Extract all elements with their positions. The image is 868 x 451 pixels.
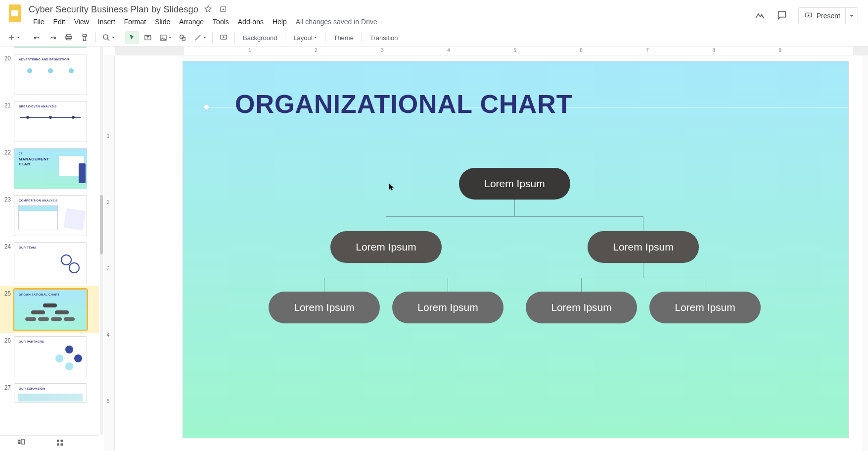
theme-button[interactable]: Theme bbox=[328, 31, 358, 44]
filmstrip-footer bbox=[0, 435, 99, 451]
svg-rect-10 bbox=[18, 440, 20, 442]
slide-canvas[interactable]: ORGANIZATIONAL CHART Lo bbox=[183, 61, 848, 438]
vertical-ruler[interactable]: 1 2 3 4 5 bbox=[104, 55, 115, 451]
present-dropdown[interactable] bbox=[845, 8, 858, 24]
present-button[interactable]: Present bbox=[798, 7, 858, 24]
zoom-button[interactable] bbox=[100, 31, 117, 44]
svg-point-3 bbox=[103, 35, 108, 39]
svg-rect-15 bbox=[57, 444, 59, 446]
menu-slide[interactable]: Slide bbox=[150, 17, 175, 27]
slide-number: 20 bbox=[3, 54, 14, 62]
org-node-l1a[interactable]: Lorem Ipsum bbox=[330, 231, 442, 263]
slide-title[interactable]: ORGANIZATIONAL CHART bbox=[235, 89, 572, 119]
menu-help[interactable]: Help bbox=[268, 17, 291, 27]
grid-view-icon[interactable] bbox=[55, 438, 64, 449]
slide-thumb-21[interactable]: 21 BREAK-EVEN ANALYSIS bbox=[0, 98, 99, 145]
print-button[interactable] bbox=[62, 31, 76, 44]
slide-number: 22 bbox=[3, 148, 14, 156]
background-button[interactable]: Background bbox=[238, 31, 282, 44]
menu-arrange[interactable]: Arrange bbox=[175, 17, 208, 27]
slide-number: 23 bbox=[3, 195, 14, 203]
new-slide-button[interactable] bbox=[5, 31, 22, 44]
org-node-l2c[interactable]: Lorem Ipsum bbox=[526, 292, 637, 323]
slide-thumb-26[interactable]: 26 OUR PARTNERS bbox=[0, 333, 99, 380]
undo-button[interactable] bbox=[30, 31, 44, 44]
comment-button[interactable] bbox=[217, 31, 230, 44]
slide-number: 24 bbox=[3, 242, 14, 250]
svg-rect-1 bbox=[11, 10, 18, 16]
slide-number: 26 bbox=[3, 336, 14, 344]
slide-thumb-25[interactable]: 25 ORGANIZATIONAL CHART bbox=[0, 286, 99, 333]
menu-format[interactable]: Format bbox=[120, 17, 150, 27]
slide-thumb-27[interactable]: 27 OUR EXPANSION bbox=[0, 380, 99, 406]
layout-button[interactable]: Layout bbox=[288, 31, 322, 44]
select-tool[interactable] bbox=[125, 31, 139, 44]
org-node-l2d[interactable]: Lorem Ipsum bbox=[649, 292, 761, 323]
menu-tools[interactable]: Tools bbox=[208, 17, 233, 27]
filmstrip-scrollbar[interactable] bbox=[99, 47, 104, 451]
slides-app-icon[interactable] bbox=[5, 3, 25, 23]
transition-button[interactable]: Transition bbox=[365, 31, 403, 44]
menu-addons[interactable]: Add-ons bbox=[233, 17, 268, 27]
textbox-tool[interactable] bbox=[141, 31, 155, 44]
menu-view[interactable]: View bbox=[70, 17, 93, 27]
svg-rect-13 bbox=[57, 440, 59, 442]
filmstrip[interactable]: 20 ADVERTISING AND PROMOTION 21 BREAK-EV… bbox=[0, 47, 99, 451]
slide-number: 21 bbox=[3, 101, 14, 109]
document-title[interactable]: Cyber Security Business Plan by Slidesgo bbox=[29, 4, 198, 15]
org-node-l2b[interactable]: Lorem Ipsum bbox=[392, 292, 503, 323]
shape-tool[interactable] bbox=[176, 31, 189, 44]
menu-insert[interactable]: Insert bbox=[93, 17, 120, 27]
slide-thumb-22[interactable]: 22 04 MANAGEMENT PLAN bbox=[0, 145, 99, 192]
save-status[interactable]: All changes saved in Drive bbox=[291, 17, 382, 27]
svg-rect-16 bbox=[61, 444, 63, 446]
workspace: 20 ADVERTISING AND PROMOTION 21 BREAK-EV… bbox=[0, 47, 868, 451]
slide-thumb-20[interactable]: 20 ADVERTISING AND PROMOTION bbox=[0, 51, 99, 98]
org-node-l2a[interactable]: Lorem Ipsum bbox=[269, 292, 380, 323]
title-dot bbox=[204, 104, 209, 110]
toolbar: Background Layout Theme Transition bbox=[0, 29, 868, 47]
filmstrip-view-icon[interactable] bbox=[17, 438, 26, 449]
menu-edit[interactable]: Edit bbox=[49, 17, 70, 27]
menu-file[interactable]: File bbox=[29, 17, 49, 27]
titlebar: Cyber Security Business Plan by Slidesgo… bbox=[0, 0, 868, 29]
svg-point-7 bbox=[180, 35, 184, 39]
svg-rect-12 bbox=[21, 440, 25, 444]
menu-bar: File Edit View Insert Format Slide Arran… bbox=[29, 15, 382, 27]
cursor-icon bbox=[389, 183, 394, 190]
svg-point-6 bbox=[162, 36, 163, 37]
redo-button[interactable] bbox=[46, 31, 60, 44]
slide-number: 27 bbox=[3, 383, 14, 391]
svg-rect-14 bbox=[61, 440, 63, 442]
canvas-scrollbar[interactable] bbox=[862, 55, 868, 451]
image-tool[interactable] bbox=[157, 31, 174, 44]
present-label: Present bbox=[817, 12, 840, 20]
line-tool[interactable] bbox=[191, 31, 208, 44]
canvas-area: 1 2 3 4 5 6 7 8 9 1 2 3 4 5 ORGANIZATION… bbox=[104, 47, 868, 451]
org-node-root[interactable]: Lorem Ipsum bbox=[459, 168, 570, 200]
slide-number: 25 bbox=[3, 289, 14, 297]
move-icon[interactable] bbox=[219, 5, 227, 14]
svg-rect-11 bbox=[18, 442, 20, 444]
present-icon bbox=[805, 11, 813, 21]
star-icon[interactable] bbox=[204, 5, 212, 14]
slide-thumb-24[interactable]: 24 OUR TEAM bbox=[0, 239, 99, 286]
horizontal-ruler[interactable]: 1 2 3 4 5 6 7 8 9 bbox=[115, 47, 868, 55]
org-chart: Lorem Ipsum Lorem Ipsum Lorem Ipsum Lore… bbox=[183, 168, 848, 438]
activity-icon[interactable] bbox=[755, 10, 766, 22]
org-node-l1b[interactable]: Lorem Ipsum bbox=[588, 231, 699, 263]
comments-icon[interactable] bbox=[777, 10, 787, 22]
layout-label: Layout bbox=[293, 34, 313, 42]
paint-format-button[interactable] bbox=[78, 31, 91, 44]
slide-thumb-23[interactable]: 23 COMPETITION ANALYSIS bbox=[0, 192, 99, 239]
